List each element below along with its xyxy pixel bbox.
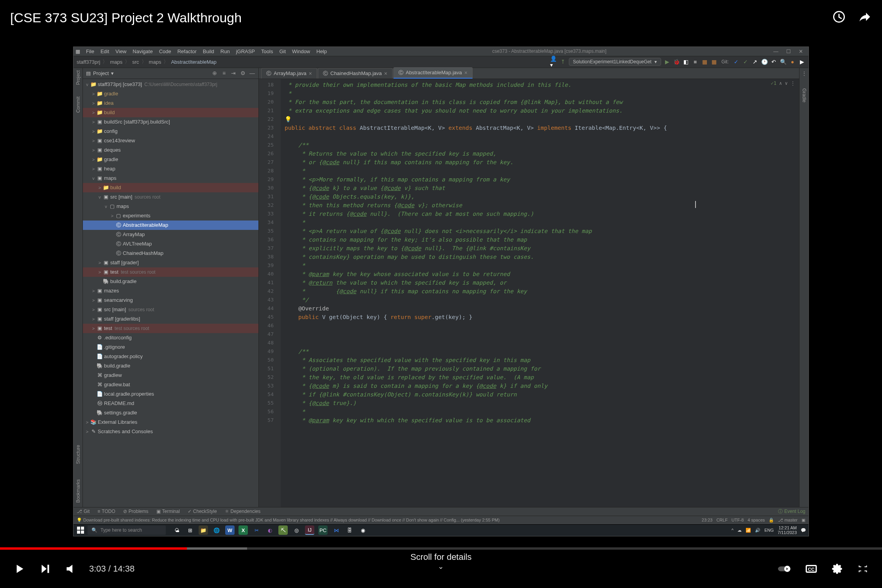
tree-row[interactable]: >▣buildSrc [staff373prj.buildSrc] (83, 117, 258, 127)
tray-wifi-icon[interactable]: 📶 (746, 528, 751, 533)
code-area[interactable]: ✓1 ∧ ∨ ⋮ * provide their own implementat… (281, 79, 799, 507)
project-tree[interactable]: v📁staff373prj [cse373]C:\Users\lilli\Doc… (83, 79, 258, 507)
expand-icon[interactable]: ≡ (221, 70, 227, 76)
tree-row[interactable]: >✎Scratches and Consoles (83, 427, 258, 436)
app-explorer[interactable]: 📁 (199, 525, 208, 535)
start-button[interactable] (76, 525, 85, 535)
git-history-icon[interactable]: 🕐 (761, 58, 768, 65)
app-minecraft[interactable]: ⛏ (278, 525, 288, 535)
tree-row[interactable]: 🐘build.gradle (83, 277, 258, 286)
menu-file[interactable]: File (86, 48, 94, 54)
app-chrome[interactable]: ◉ (358, 525, 368, 535)
tree-row[interactable]: 🐘build.gradle (83, 361, 258, 371)
tree-row[interactable]: ⒸArrayMap (83, 230, 258, 239)
tree-row[interactable]: >▣cse143review (83, 136, 258, 145)
target-icon[interactable]: ⊕ (212, 70, 218, 76)
git-revert-icon[interactable]: ↶ (770, 58, 777, 65)
tray-volume-icon[interactable]: 🔊 (755, 528, 760, 533)
hide-icon[interactable]: — (249, 70, 255, 76)
menu-window[interactable]: Window (292, 48, 310, 54)
project-view-selector[interactable]: ▤ Project ▾ (86, 70, 208, 76)
close-tab-icon[interactable]: × (384, 70, 387, 77)
ide-settings-icon[interactable]: ▶ (798, 58, 805, 65)
bookmarks-tool-button[interactable]: Bookmarks (75, 479, 81, 503)
taskbar-clock[interactable]: 12:21 AM 7/11/2023 (778, 525, 797, 535)
captions-button[interactable]: CC (804, 561, 819, 576)
close-icon[interactable]: ✕ (799, 48, 803, 54)
app-weather[interactable]: 🌤 (172, 525, 181, 535)
menu-run[interactable]: Run (220, 48, 230, 54)
editor-tab[interactable]: ⒸChainedHashMap.java× (318, 68, 393, 79)
menu-tools[interactable]: Tools (261, 48, 273, 54)
project-tool-button[interactable]: Project (75, 70, 81, 85)
tree-row[interactable]: v▣maps (83, 174, 258, 183)
coverage-icon[interactable]: ◧ (682, 58, 689, 65)
video-area[interactable]: ▦ FileEditViewNavigateCodeRefactorBuildR… (0, 35, 882, 547)
tray-onedrive-icon[interactable]: ☁ (737, 528, 742, 533)
tray-lang[interactable]: ENG (764, 528, 774, 532)
tree-row[interactable]: ⒸAbstractIterableMap (83, 220, 258, 230)
git-update-icon[interactable]: ✓ (733, 58, 740, 65)
tree-row[interactable]: >▢experiments (83, 211, 258, 220)
inspections-badge[interactable]: ✓1 ∧ ∨ ⋮ (771, 81, 795, 86)
menu-help[interactable]: Help (316, 48, 327, 54)
volume-button[interactable] (63, 561, 78, 576)
tree-row[interactable]: >📁config (83, 127, 258, 136)
tray-notifications-icon[interactable]: 💬 (801, 528, 806, 533)
tree-row[interactable]: >▣testtest sources root (83, 267, 258, 277)
app-excel[interactable]: X (238, 525, 248, 535)
readonly-icon[interactable]: 🔒 (769, 518, 774, 523)
app-taskview[interactable]: ⊞ (185, 525, 195, 535)
indent-info[interactable]: 4 spaces (748, 518, 765, 523)
tree-row[interactable]: ⌘gradlew.bat (83, 380, 258, 389)
gradle-tool-button[interactable]: Gradle (801, 88, 807, 102)
play-button[interactable] (12, 561, 27, 576)
more-tools-icon[interactable]: ⋮ (801, 70, 807, 77)
breadcrumbs[interactable]: staff373prj〉maps〉src〉maps〉AbstractIterab… (77, 58, 217, 65)
tree-row[interactable]: 📄local.gradle.properties (83, 389, 258, 399)
cursor-position[interactable]: 23:23 (702, 518, 713, 523)
tool1-icon[interactable]: ▦ (701, 58, 708, 65)
tree-row[interactable]: v▣src [main]sources root (83, 192, 258, 202)
tree-row[interactable]: >📁idea (83, 99, 258, 108)
tree-row[interactable]: ⒸAVLTreeMap (83, 239, 258, 249)
tree-row[interactable]: >📁build (83, 108, 258, 117)
tree-row[interactable]: ⓂREADME.md (83, 399, 258, 408)
debug-icon[interactable]: 🐞 (673, 58, 680, 65)
tray-expand-icon[interactable]: ^ (731, 528, 733, 532)
maximize-icon[interactable]: ☐ (786, 48, 791, 54)
structure-tool-button[interactable]: Structure (75, 445, 81, 464)
tool2-icon[interactable]: ▦ (710, 58, 717, 65)
tree-row[interactable]: >📚External Libraries (83, 418, 258, 427)
autoplay-toggle[interactable] (778, 561, 793, 576)
tree-row[interactable]: >▣deques (83, 145, 258, 155)
indexing-notification[interactable]: 💡 Download pre-built shared indexes: Red… (77, 518, 500, 523)
tree-row[interactable]: ⚙.editorconfig (83, 333, 258, 342)
watch-later-icon[interactable] (832, 10, 846, 25)
memory-indicator[interactable]: ▣ (801, 518, 805, 523)
run-config-selector[interactable]: SolutionExperiment1LinkedDequeGet▾ (569, 58, 662, 66)
tree-row[interactable]: >📁build (83, 183, 258, 192)
menu-refactor[interactable]: Refactor (177, 48, 197, 54)
tree-row[interactable]: >▣staff [grader] (83, 258, 258, 267)
tree-row[interactable]: v📁staff373prj [cse373]C:\Users\lilli\Doc… (83, 80, 258, 89)
tree-row[interactable]: >📁gradle (83, 155, 258, 164)
search-icon[interactable]: 🔍 (780, 58, 787, 65)
tree-row[interactable]: >▣src [main]sources root (83, 305, 258, 314)
tree-row[interactable]: ⒸChainedHashMap (83, 249, 258, 258)
tree-row[interactable]: 📄.gitignore (83, 342, 258, 352)
file-encoding[interactable]: UTF-8 (731, 518, 744, 523)
avatar-icon[interactable]: ● (789, 58, 796, 65)
tree-row[interactable]: >▣staff [graderlibs] (83, 314, 258, 324)
app-snip[interactable]: ✂ (252, 525, 261, 535)
git-commit-icon[interactable]: ✓ (742, 58, 749, 65)
close-tab-icon[interactable]: × (309, 70, 312, 77)
user-icon[interactable]: 👤▾ (550, 58, 557, 65)
menu-jgrasp[interactable]: jGRASP (236, 48, 255, 54)
tree-row[interactable]: >▣testtest sources root (83, 324, 258, 333)
taskbar-search[interactable]: 🔍 Type here to search (88, 525, 166, 535)
git-branch[interactable]: ⎇ master (778, 518, 798, 523)
tree-row[interactable]: ⌘gradlew (83, 371, 258, 380)
collapse-icon[interactable]: ⇥ (230, 70, 237, 76)
btab-dependencies[interactable]: ⚛ Dependencies (225, 509, 261, 514)
